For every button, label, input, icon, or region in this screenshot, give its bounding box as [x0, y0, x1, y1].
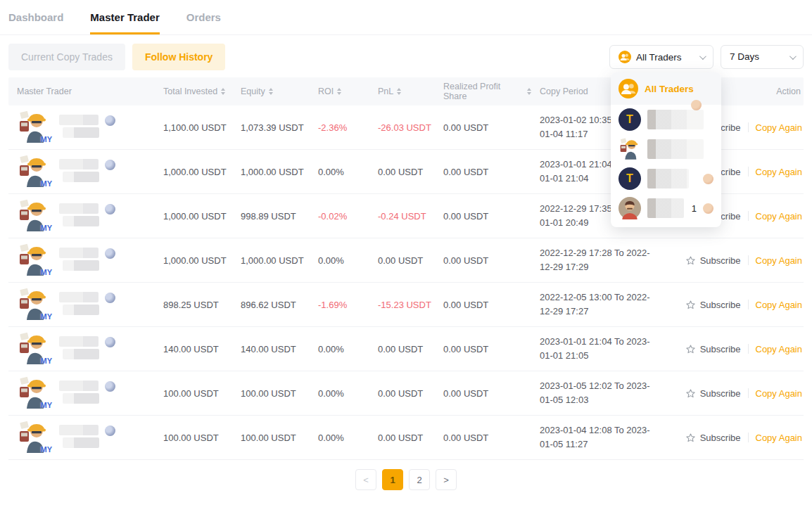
column-header: Realized Profit Share [435, 82, 531, 101]
copy-again-button[interactable]: Copy Again [756, 388, 803, 399]
sort-icon[interactable] [269, 88, 273, 95]
subscribe-label: Subscribe [700, 300, 741, 310]
trader-name-blurred [59, 248, 115, 271]
my-badge: MY [41, 268, 53, 276]
star-icon [685, 300, 696, 310]
column-header-label: Action [776, 87, 801, 96]
master-trader-cell[interactable]: MY [8, 288, 155, 321]
emoji-icon [703, 174, 713, 184]
table-row: MY 898.25 USDT 896.62 USDT -1.69% -15.23… [8, 283, 804, 327]
tab-follow-history[interactable]: Follow History [132, 44, 225, 70]
subscribe-button[interactable]: Subscribe [685, 388, 741, 399]
column-header: Equity [232, 87, 310, 96]
star-icon [685, 255, 696, 266]
trader-medal-icon [105, 248, 115, 259]
master-trader-cell[interactable]: MY [8, 243, 155, 277]
table-row: MY 140.00 USDT 140.00 USDT 0.00% 0.00 US… [8, 327, 804, 371]
pagination-page-button[interactable]: 1 [382, 469, 403, 490]
period-filter-select[interactable]: 7 Days [721, 45, 804, 69]
column-header: ROI [310, 87, 369, 96]
roi-value: 0.00% [310, 255, 369, 266]
column-header-label: Equity [241, 87, 265, 96]
tab-current-copy-trades[interactable]: Current Copy Trades [8, 44, 125, 70]
copy-again-button[interactable]: Copy Again [756, 167, 803, 177]
subscribe-button[interactable]: Subscribe [685, 300, 741, 310]
total-invested-value: 1,100.00 USDT [155, 122, 232, 133]
column-header-label: ROI [318, 87, 334, 96]
copy-again-button[interactable]: Copy Again [756, 122, 803, 133]
copy-again-button[interactable]: Copy Again [756, 255, 803, 266]
dropdown-trader-item[interactable]: T [611, 164, 721, 193]
pnl-value: 0.00 USDT [369, 433, 435, 443]
trader-avatar: MY [17, 288, 51, 321]
total-invested-value: 898.25 USDT [155, 300, 232, 310]
total-invested-value: 140.00 USDT [155, 344, 232, 354]
copy-period-value: 2023-01-04 12:08 To 2023- 01-05 11:27 [531, 423, 659, 452]
subscribe-label: Subscribe [700, 388, 741, 399]
subscribe-button[interactable]: Subscribe [685, 344, 741, 354]
master-trader-cell[interactable]: MY [8, 110, 155, 144]
dropdown-item-all-traders[interactable]: All Traders [611, 72, 721, 105]
master-trader-cell[interactable]: MY [8, 421, 155, 454]
trader-medal-icon [105, 337, 115, 347]
master-trader-cell[interactable]: MY [8, 376, 155, 410]
period-filter-value: 7 Days [730, 50, 759, 65]
trader-name-blurred [59, 292, 115, 315]
trader-medal-icon [105, 425, 115, 436]
trader-name-blurred [647, 139, 704, 159]
trader-name-blurred [59, 159, 115, 182]
pagination-prev-button[interactable]: < [355, 469, 376, 490]
sort-icon[interactable] [397, 88, 401, 95]
roi-value: 0.00% [310, 433, 369, 443]
equity-value: 100.00 USDT [232, 388, 310, 399]
total-invested-value: 100.00 USDT [155, 433, 232, 443]
action-divider [748, 344, 749, 354]
column-header-label: Copy Period [540, 87, 588, 96]
nav-dashboard[interactable]: Dashboard [8, 11, 63, 34]
trader-avatar: MY [17, 155, 51, 188]
trader-filter-select[interactable]: All Traders [609, 45, 713, 69]
sort-icon[interactable] [337, 88, 341, 95]
master-trader-cell[interactable]: MY [8, 155, 155, 188]
sort-icon[interactable] [221, 88, 225, 95]
action-divider [748, 167, 749, 177]
roi-value: -1.69% [310, 300, 369, 310]
table-row: MY 100.00 USDT 100.00 USDT 0.00% 0.00 US… [8, 371, 804, 416]
trader-avatar: MY [17, 421, 51, 454]
trader-avatar: MY [17, 110, 51, 144]
copy-again-button[interactable]: Copy Again [756, 211, 803, 222]
pagination-page-button[interactable]: 2 [409, 469, 430, 490]
nav-orders[interactable]: Orders [186, 11, 221, 34]
trader-name-blurred [647, 198, 684, 218]
action-cell: Subscribe Copy Again [659, 255, 804, 266]
action-divider [748, 255, 749, 265]
trader-avatar: MY [17, 243, 51, 277]
copy-again-button[interactable]: Copy Again [756, 344, 803, 354]
nav-master-trader[interactable]: Master Trader [90, 11, 159, 34]
roi-value: -0.02% [310, 211, 369, 222]
copy-period-line1: 2022-12-05 13:00 To 2022- [540, 290, 659, 305]
dropdown-trader-item[interactable]: T [611, 134, 721, 164]
column-header-label: Realized Profit Share [443, 82, 524, 101]
column-header: Total Invested [155, 87, 232, 96]
master-trader-cell[interactable]: MY [8, 332, 155, 366]
equity-value: 1,000.00 USDT [232, 255, 310, 266]
master-trader-cell[interactable]: MY [8, 199, 155, 233]
dropdown-trader-item[interactable]: T 1 [611, 193, 721, 223]
miner-avatar [618, 138, 641, 160]
pnl-value: -26.03 USDT [369, 122, 435, 133]
pagination-next-button[interactable]: > [436, 469, 457, 490]
copy-trading-page: Dashboard Master Trader Orders Current C… [0, 0, 812, 512]
action-divider [748, 211, 749, 221]
copy-again-button[interactable]: Copy Again [756, 300, 803, 310]
emoji-icon [703, 203, 713, 214]
subscribe-button[interactable]: Subscribe [685, 255, 741, 266]
realized-profit-share-value: 0.00 USDT [435, 167, 531, 177]
copy-again-button[interactable]: Copy Again [756, 433, 803, 443]
copy-period-line2: 01-05 12:03 [540, 393, 659, 407]
copy-period-line1: 2023-01-05 12:02 To 2023- [540, 379, 659, 393]
subscribe-button[interactable]: Subscribe [685, 433, 741, 443]
column-header-label: PnL [378, 87, 393, 96]
table-row: MY 100.00 USDT 100.00 USDT 0.00% 0.00 US… [8, 416, 804, 460]
dropdown-trader-item[interactable]: T [611, 105, 721, 134]
